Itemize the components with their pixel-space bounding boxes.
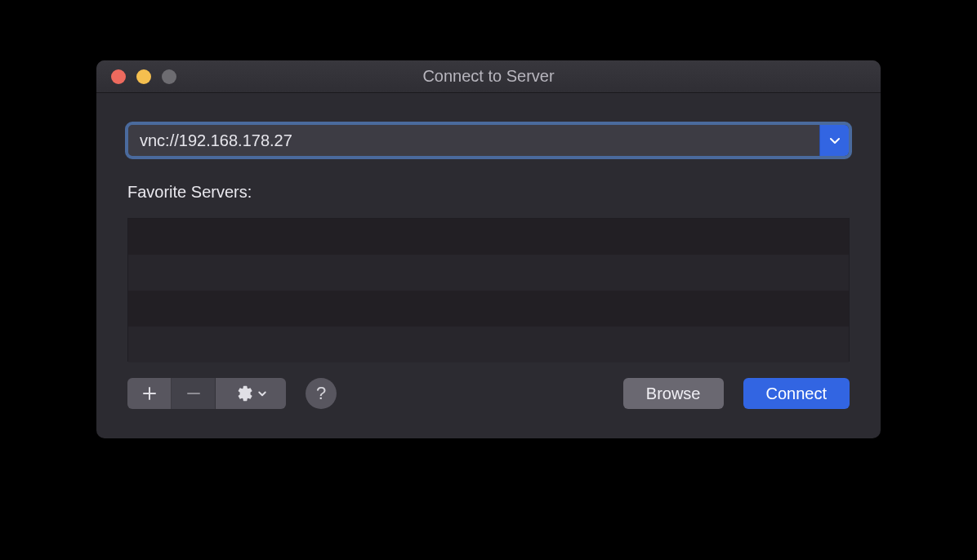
address-history-dropdown-button[interactable]	[819, 125, 849, 156]
favorites-label: Favorite Servers:	[127, 183, 850, 202]
remove-favorite-button[interactable]	[172, 378, 216, 409]
minimize-window-button[interactable]	[136, 69, 151, 84]
chevron-down-icon	[257, 389, 267, 398]
browse-button[interactable]: Browse	[623, 378, 724, 409]
window-title: Connect to Server	[96, 67, 881, 86]
server-address-input[interactable]	[128, 125, 819, 156]
favorites-actions-group	[127, 378, 286, 409]
gear-icon	[234, 384, 252, 402]
window-content: Favorite Servers:	[96, 93, 881, 438]
plus-icon	[141, 385, 158, 402]
chevron-down-icon	[828, 134, 841, 147]
window-controls	[96, 69, 176, 84]
favorites-action-menu-button[interactable]	[216, 378, 286, 409]
favorites-list[interactable]	[127, 218, 850, 362]
help-button[interactable]: ?	[306, 378, 337, 409]
add-favorite-button[interactable]	[127, 378, 172, 409]
server-address-combobox[interactable]	[127, 124, 850, 157]
list-row	[128, 291, 849, 327]
close-window-button[interactable]	[111, 69, 126, 84]
list-row	[128, 219, 849, 255]
connect-to-server-window: Connect to Server Favorite Servers:	[96, 60, 881, 438]
zoom-window-button[interactable]	[162, 69, 176, 84]
titlebar: Connect to Server	[96, 60, 881, 93]
list-row	[128, 255, 849, 291]
minus-icon	[185, 385, 202, 402]
help-icon: ?	[316, 383, 326, 404]
connect-button[interactable]: Connect	[743, 378, 850, 409]
list-row	[128, 327, 849, 362]
toolbar: ? Browse Connect	[127, 378, 850, 409]
